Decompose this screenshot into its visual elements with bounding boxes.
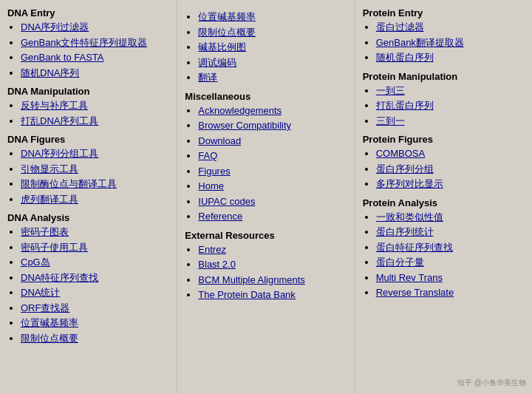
list-item: GenBank文件特征序列提取器 xyxy=(21,35,169,50)
link-1-2-2[interactable]: BCM Multiple Alignments xyxy=(198,274,305,285)
link-2-0-0[interactable]: 蛋白过滤器 xyxy=(376,21,424,33)
link-1-2-1[interactable]: Blast 2.0 xyxy=(198,259,236,270)
link-1-0-4[interactable]: 翻译 xyxy=(198,72,217,83)
link-2-0-2[interactable]: 随机蛋白序列 xyxy=(376,52,434,63)
link-1-0-3[interactable]: 调试编码 xyxy=(198,57,236,68)
section-header-0-1: DNA Manipulation xyxy=(7,86,169,97)
link-0-3-7[interactable]: 限制位点概要 xyxy=(21,333,78,344)
list-item: 多序列对比显示 xyxy=(376,177,525,191)
column-1: DNA EntryDNA序列过滤器GenBank文件特征序列提取器GenBank… xyxy=(0,0,177,394)
link-0-2-1[interactable]: 引物显示工具 xyxy=(21,163,78,174)
list-item: DNA统计 xyxy=(21,285,169,300)
link-0-2-2[interactable]: 限制酶位点与翻译工具 xyxy=(21,178,117,189)
section-header-0-0: DNA Entry xyxy=(7,7,169,18)
link-1-0-1[interactable]: 限制位点概要 xyxy=(198,27,256,38)
link-1-1-1[interactable]: Browser Compatibility xyxy=(198,120,291,131)
list-item: GenBank to FASTA xyxy=(21,50,169,65)
main-container: DNA EntryDNA序列过滤器GenBank文件特征序列提取器GenBank… xyxy=(0,0,532,394)
link-1-2-3[interactable]: The Protein Data Bank xyxy=(198,289,296,300)
list-item: FAQ xyxy=(198,149,347,163)
link-1-1-3[interactable]: FAQ xyxy=(198,150,217,161)
list-item: Figures xyxy=(198,164,347,179)
link-2-2-2[interactable]: 多序列对比显示 xyxy=(376,178,443,189)
list-item: Reverse Translate xyxy=(376,285,525,300)
link-0-3-4[interactable]: DNA统计 xyxy=(21,287,60,298)
link-2-3-5[interactable]: Reverse Translate xyxy=(376,287,454,298)
list-2-3: 一致和类似性值蛋白序列统计蛋白特征序列查找蛋白分子量Multi Rev Tran… xyxy=(363,210,525,300)
list-0-3: 密码子图表密码子使用工具CpG岛DNA特征序列查找DNA统计ORF查找器位置碱基… xyxy=(7,225,169,345)
link-2-2-0[interactable]: COMBOSA xyxy=(376,148,425,159)
list-item: 反转与补序工具 xyxy=(21,98,169,113)
link-0-2-0[interactable]: DNA序列分组工具 xyxy=(21,148,98,159)
list-item: 限制位点概要 xyxy=(198,25,347,40)
link-2-1-1[interactable]: 打乱蛋白序列 xyxy=(376,100,434,111)
link-1-1-0[interactable]: Acknowledgements xyxy=(198,105,282,116)
list-item: 翻译 xyxy=(198,70,347,85)
link-0-1-0[interactable]: 反转与补序工具 xyxy=(21,100,88,111)
link-0-3-3[interactable]: DNA特征序列查找 xyxy=(21,272,98,283)
list-item: 位置碱基频率 xyxy=(21,316,169,330)
list-item: Blast 2.0 xyxy=(198,257,347,272)
list-item: ORF查找器 xyxy=(21,301,169,316)
link-1-1-7[interactable]: Reference xyxy=(198,211,242,222)
link-2-3-0[interactable]: 一致和类似性值 xyxy=(376,211,443,223)
list-2-2: COMBOSA蛋白序列分组多序列对比显示 xyxy=(363,146,525,191)
link-1-1-6[interactable]: IUPAC codes xyxy=(198,196,255,207)
section-header-1-2: External Resources xyxy=(185,230,347,241)
list-item: 限制酶位点与翻译工具 xyxy=(21,177,169,191)
link-1-2-0[interactable]: Entrez xyxy=(198,244,226,255)
list-item: The Protein Data Bank xyxy=(198,288,347,302)
list-item: Acknowledgements xyxy=(198,103,347,118)
link-2-1-0[interactable]: 一到三 xyxy=(376,85,405,96)
list-item: 打乱DNA序列工具 xyxy=(21,114,169,129)
section-header-2-0: Protein Entry xyxy=(363,7,525,18)
list-0-0: DNA序列过滤器GenBank文件特征序列提取器GenBank to FASTA… xyxy=(7,20,169,80)
list-1-1: AcknowledgementsBrowser CompatibilityDow… xyxy=(185,103,347,224)
list-item: 碱基比例图 xyxy=(198,40,347,55)
link-0-1-1[interactable]: 打乱DNA序列工具 xyxy=(21,115,98,126)
section-header-1-1: Miscellaneous xyxy=(185,91,347,102)
link-0-0-3[interactable]: 随机DNA序列 xyxy=(21,67,79,78)
link-0-3-0[interactable]: 密码子图表 xyxy=(21,226,69,237)
list-1-2: EntrezBlast 2.0BCM Multiple AlignmentsTh… xyxy=(185,242,347,302)
link-0-0-0[interactable]: DNA序列过滤器 xyxy=(21,21,89,33)
link-2-3-3[interactable]: 蛋白分子量 xyxy=(376,257,424,268)
list-item: DNA序列过滤器 xyxy=(21,20,169,35)
list-item: 随机蛋白序列 xyxy=(376,50,525,65)
list-2-0: 蛋白过滤器GenBank翻译提取器随机蛋白序列 xyxy=(363,20,525,65)
list-item: COMBOSA xyxy=(376,146,525,161)
list-item: Browser Compatibility xyxy=(198,118,347,133)
section-header-2-1: Protein Manipulation xyxy=(363,71,525,82)
link-2-3-4[interactable]: Multi Rev Trans xyxy=(376,272,443,283)
link-2-1-2[interactable]: 三到一 xyxy=(376,115,405,126)
list-item: 一致和类似性值 xyxy=(376,210,525,225)
link-0-2-3[interactable]: 虎列翻译工具 xyxy=(21,194,78,205)
link-0-0-2[interactable]: GenBank to FASTA xyxy=(21,52,103,63)
list-2-1: 一到三打乱蛋白序列三到一 xyxy=(363,84,525,129)
list-item: DNA序列分组工具 xyxy=(21,146,169,161)
link-0-3-2[interactable]: CpG岛 xyxy=(21,257,50,268)
link-1-1-2[interactable]: Download xyxy=(198,135,241,146)
link-0-3-5[interactable]: ORF查找器 xyxy=(21,302,69,313)
list-item: 随机DNA序列 xyxy=(21,66,169,81)
link-2-2-1[interactable]: 蛋白序列分组 xyxy=(376,163,434,174)
section-header-0-3: DNA Analysis xyxy=(7,212,169,223)
list-0-1: 反转与补序工具打乱DNA序列工具 xyxy=(7,98,169,128)
link-0-0-1[interactable]: GenBank文件特征序列提取器 xyxy=(21,37,147,48)
link-2-3-1[interactable]: 蛋白序列统计 xyxy=(376,226,434,237)
link-0-3-6[interactable]: 位置碱基频率 xyxy=(21,317,78,328)
column-2: 位置碱基频率限制位点概要碱基比例图调试编码翻译MiscellaneousAckn… xyxy=(177,0,355,394)
link-1-1-5[interactable]: Home xyxy=(198,180,224,191)
link-2-0-1[interactable]: GenBank翻译提取器 xyxy=(376,37,464,48)
link-1-0-2[interactable]: 碱基比例图 xyxy=(198,41,246,52)
list-item: 蛋白过滤器 xyxy=(376,20,525,35)
section-header-2-2: Protein Figures xyxy=(363,134,525,145)
link-1-1-4[interactable]: Figures xyxy=(198,166,230,177)
link-0-3-1[interactable]: 密码子使用工具 xyxy=(21,242,88,253)
list-item: 三到一 xyxy=(376,114,525,129)
link-2-3-2[interactable]: 蛋白特征序列查找 xyxy=(376,242,453,253)
link-1-0-0[interactable]: 位置碱基频率 xyxy=(198,11,256,22)
list-item: 打乱蛋白序列 xyxy=(376,98,525,113)
column-3: Protein Entry蛋白过滤器GenBank翻译提取器随机蛋白序列Prot… xyxy=(355,0,532,394)
list-item: 引物显示工具 xyxy=(21,162,169,177)
